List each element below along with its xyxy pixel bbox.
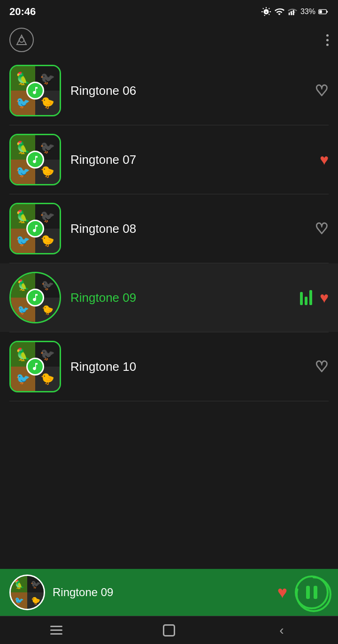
bar-2 xyxy=(305,297,307,305)
like-button[interactable]: ♡ xyxy=(315,82,329,100)
svg-rect-0 xyxy=(289,13,290,15)
ringtone-name: Ringtone 09 xyxy=(70,291,300,305)
recents-icon xyxy=(50,626,62,635)
like-button[interactable]: ♥ xyxy=(320,289,329,307)
home-button[interactable] xyxy=(150,621,188,640)
svg-rect-5 xyxy=(326,11,328,13)
now-playing-thumbnail: 🦜 🐦‍⬛ 🐦 🐤 xyxy=(9,575,45,610)
ringtone-name: Ringtone 08 xyxy=(70,222,315,236)
item-actions: ♥ xyxy=(300,289,329,307)
list-item[interactable]: 🦜 🐦‍⬛ 🐦 🐤 Ringtone 07 ♥ xyxy=(0,125,338,194)
signal-icon xyxy=(287,7,298,17)
list-item[interactable]: 🦜 🐦‍⬛ 🐦 🐤 Ringtone 10 ♡ xyxy=(0,332,338,401)
battery-icon xyxy=(318,7,329,17)
now-playing-bar: 🦜 🐦‍⬛ 🐦 🐤 Ringtone 09 ♥ xyxy=(0,569,338,616)
status-time: 20:46 xyxy=(9,6,36,18)
music-note-overlay xyxy=(26,151,44,169)
now-playing-like-button[interactable]: ♥ xyxy=(277,583,287,602)
ringtone-thumbnail: 🦜 🐦‍⬛ 🐦 🐤 xyxy=(9,341,61,392)
svg-point-8 xyxy=(297,577,330,611)
now-playing-controls: ♥ xyxy=(277,575,329,609)
app-bar xyxy=(0,23,338,56)
ringtone-thumbnail: 🦜 🐦‍⬛ 🐦 🐤 xyxy=(9,203,61,254)
bar-3 xyxy=(309,290,312,305)
ringtone-thumbnail: 🦜 🐦‍⬛ 🐦 🐤 xyxy=(9,65,61,116)
music-note-overlay xyxy=(26,289,44,307)
svg-rect-2 xyxy=(293,10,294,15)
divider xyxy=(9,401,329,401)
item-actions: ♡ xyxy=(315,220,329,238)
back-button[interactable]: ‹ xyxy=(263,621,300,640)
playing-indicator xyxy=(300,290,312,305)
ringtone-thumbnail: 🦜 🐦‍⬛ 🐦 🐤 xyxy=(9,134,61,185)
list-item[interactable]: 🦜 🐦‍⬛ 🐦 🐤 Ringtone 09 ♥ xyxy=(0,263,338,332)
now-playing-name: Ringtone 09 xyxy=(53,586,277,599)
ringtone-thumbnail: 🦜 🐦‍⬛ 🐦 🐤 xyxy=(9,272,61,323)
item-actions: ♡ xyxy=(315,82,329,100)
battery-percentage: 33% xyxy=(300,8,315,16)
like-button[interactable]: ♡ xyxy=(315,220,329,238)
like-button[interactable]: ♡ xyxy=(315,358,329,376)
status-icons: 33% xyxy=(261,7,329,17)
list-item[interactable]: 🦜 🐦‍⬛ 🐦 🐤 Ringtone 06 ♡ xyxy=(0,56,338,125)
more-options-button[interactable] xyxy=(326,31,329,49)
ringtone-name: Ringtone 06 xyxy=(70,84,315,98)
list-item[interactable]: 🦜 🐦‍⬛ 🐦 🐤 Ringtone 08 ♡ xyxy=(0,194,338,263)
music-note-overlay xyxy=(26,82,44,100)
logo-icon xyxy=(15,33,28,46)
back-icon: ‹ xyxy=(279,623,284,638)
recents-button[interactable] xyxy=(38,621,75,640)
svg-point-7 xyxy=(19,38,24,42)
ringtone-list: 🦜 🐦‍⬛ 🐦 🐤 Ringtone 06 ♡ 🦜 🐦‍⬛ 🐦 🐤 xyxy=(0,56,338,481)
item-actions: ♥ xyxy=(320,151,329,169)
svg-rect-4 xyxy=(319,10,322,13)
music-note-overlay xyxy=(26,358,44,376)
alarm-icon xyxy=(261,7,271,17)
svg-marker-6 xyxy=(17,35,26,45)
wifi-icon xyxy=(274,7,284,17)
like-button[interactable]: ♥ xyxy=(320,151,329,169)
home-icon xyxy=(163,624,175,636)
nav-bar: ‹ xyxy=(0,616,338,644)
item-actions: ♡ xyxy=(315,358,329,376)
bar-1 xyxy=(300,292,303,305)
svg-rect-1 xyxy=(291,11,292,15)
ringtone-name: Ringtone 07 xyxy=(70,153,320,167)
music-note-overlay xyxy=(26,220,44,238)
status-bar: 20:46 33% xyxy=(0,0,338,23)
pause-button[interactable] xyxy=(295,575,329,609)
ringtone-name: Ringtone 10 xyxy=(70,360,315,374)
app-logo[interactable] xyxy=(9,28,34,52)
